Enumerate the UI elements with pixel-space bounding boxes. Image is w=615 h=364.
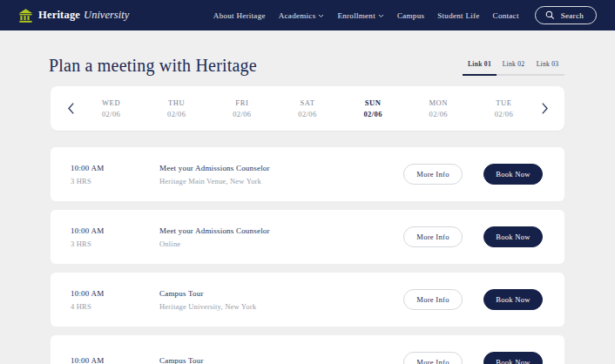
previous-day-button[interactable] bbox=[63, 98, 78, 119]
meeting-location: Heritage University, New York bbox=[159, 302, 403, 311]
meeting-time-column: 10:00 AM bbox=[71, 356, 159, 364]
meeting-time-column: 10:00 AM 4 HRS bbox=[71, 289, 159, 311]
day-date: 02/06 bbox=[341, 109, 406, 119]
meeting-actions: More Info Book Now bbox=[403, 226, 543, 247]
meeting-actions: More Info Book Now bbox=[403, 164, 543, 185]
day-date: 02/06 bbox=[78, 109, 144, 119]
more-info-button[interactable]: More Info bbox=[403, 164, 463, 185]
chevron-right-icon bbox=[541, 102, 549, 115]
meeting-time: 10:00 AM bbox=[71, 164, 159, 172]
book-now-button[interactable]: Book Now bbox=[483, 226, 543, 247]
meeting-card: 10:00 AM Campus Tour More Info Book Now bbox=[51, 335, 564, 364]
book-now-button[interactable]: Book Now bbox=[483, 289, 543, 310]
chevron-down-icon bbox=[318, 14, 324, 18]
nav-link-campus[interactable]: Campus bbox=[397, 11, 424, 20]
meeting-card: 10:00 AM 3 HRS Meet your Admissions Coun… bbox=[51, 210, 564, 264]
day-name: MON bbox=[406, 98, 471, 108]
nav-link-label: About Heritage bbox=[213, 11, 266, 20]
meeting-card: 10:00 AM 3 HRS Meet your Admissions Coun… bbox=[51, 147, 564, 201]
meeting-list: 10:00 AM 3 HRS Meet your Admissions Coun… bbox=[51, 147, 564, 364]
day-name: SUN bbox=[341, 98, 406, 108]
day-name: SAT bbox=[274, 98, 340, 108]
nav-link-contact[interactable]: Contact bbox=[493, 11, 519, 20]
day-name: FRI bbox=[209, 98, 274, 108]
meeting-duration: 3 HRS bbox=[71, 177, 159, 185]
day-cell-thu[interactable]: THU 02/06 bbox=[144, 98, 209, 119]
more-info-button[interactable]: More Info bbox=[403, 226, 463, 247]
search-icon bbox=[545, 10, 555, 20]
meeting-title: Meet your Admissions Counselor bbox=[159, 226, 403, 235]
nav-link-label: Campus bbox=[397, 11, 424, 20]
brand-suffix: University bbox=[84, 9, 129, 22]
nav-link-enrollment[interactable]: Enrollment bbox=[337, 11, 384, 20]
nav-link-label: Enrollment bbox=[337, 11, 375, 20]
nav-link-label: Contact bbox=[493, 11, 519, 20]
tab-link-03[interactable]: Link 03 bbox=[531, 60, 564, 74]
meeting-info-column: Meet your Admissions Counselor Online bbox=[159, 226, 403, 248]
university-building-icon bbox=[18, 9, 33, 23]
day-date: 02/06 bbox=[274, 109, 340, 119]
day-cell-fri[interactable]: FRI 02/06 bbox=[209, 98, 274, 119]
link-tabs: Link 01 Link 02 Link 03 bbox=[463, 60, 564, 76]
meeting-actions: More Info Book Now bbox=[403, 352, 543, 364]
day-list: WED 02/06 THU 02/06 FRI 02/06 SAT 02/06 … bbox=[78, 98, 537, 119]
meeting-time: 10:00 AM bbox=[71, 289, 159, 298]
meeting-time: 10:00 AM bbox=[71, 226, 159, 235]
nav-link-academics[interactable]: Academics bbox=[279, 11, 325, 20]
meeting-time: 10:00 AM bbox=[71, 356, 159, 364]
meeting-info-column: Meet your Admissions Counselor Heritage … bbox=[159, 164, 403, 185]
day-name: WED bbox=[78, 98, 144, 108]
nav-link-student-life[interactable]: Student Life bbox=[437, 11, 479, 20]
meeting-time-column: 10:00 AM 3 HRS bbox=[71, 226, 159, 248]
day-cell-mon[interactable]: MON 02/06 bbox=[406, 98, 471, 119]
more-info-button[interactable]: More Info bbox=[403, 352, 463, 364]
meeting-duration: 4 HRS bbox=[71, 302, 159, 311]
day-date: 02/06 bbox=[144, 109, 209, 119]
search-button[interactable]: Search bbox=[535, 6, 597, 24]
meeting-info-column: Campus Tour bbox=[159, 356, 403, 364]
tab-link-01[interactable]: Link 01 bbox=[463, 60, 497, 76]
day-cell-sun-selected[interactable]: SUN 02/06 bbox=[341, 98, 406, 119]
meeting-time-column: 10:00 AM 3 HRS bbox=[71, 164, 159, 185]
tab-link-02[interactable]: Link 02 bbox=[497, 60, 531, 74]
meeting-location: Heritage Main Venue, New York bbox=[159, 177, 403, 185]
day-cell-wed[interactable]: WED 02/06 bbox=[78, 98, 144, 119]
day-date: 02/06 bbox=[471, 109, 537, 119]
book-now-button[interactable]: Book Now bbox=[483, 164, 543, 185]
meeting-title: Campus Tour bbox=[159, 289, 403, 298]
nav-links: About Heritage Academics Enrollment Camp… bbox=[213, 11, 519, 20]
search-label: Search bbox=[561, 11, 584, 20]
page-title: Plan a meeting with Heritage bbox=[49, 56, 257, 76]
more-info-button[interactable]: More Info bbox=[403, 289, 463, 310]
meeting-card: 10:00 AM 4 HRS Campus Tour Heritage Univ… bbox=[51, 273, 564, 327]
day-cell-tue[interactable]: TUE 02/06 bbox=[471, 98, 537, 119]
meeting-info-column: Campus Tour Heritage University, New Yor… bbox=[159, 289, 403, 311]
nav-link-about-heritage[interactable]: About Heritage bbox=[213, 11, 266, 20]
day-date: 02/06 bbox=[209, 109, 274, 119]
meeting-location: Online bbox=[159, 239, 403, 248]
next-day-button[interactable] bbox=[537, 98, 552, 119]
day-cell-sat[interactable]: SAT 02/06 bbox=[274, 98, 340, 119]
book-now-button[interactable]: Book Now bbox=[483, 352, 543, 364]
day-date: 02/06 bbox=[406, 109, 471, 119]
meeting-duration: 3 HRS bbox=[71, 239, 159, 248]
meeting-title: Campus Tour bbox=[159, 356, 403, 364]
chevron-left-icon bbox=[67, 102, 75, 115]
date-carousel: WED 02/06 THU 02/06 FRI 02/06 SAT 02/06 … bbox=[51, 86, 564, 131]
brand-logo[interactable]: Heritage University bbox=[18, 9, 129, 23]
page-header: Plan a meeting with Heritage Link 01 Lin… bbox=[51, 56, 564, 76]
top-navbar: Heritage University About Heritage Acade… bbox=[0, 0, 615, 30]
nav-link-label: Student Life bbox=[437, 11, 479, 20]
main-content: Plan a meeting with Heritage Link 01 Lin… bbox=[51, 56, 564, 364]
day-name: TUE bbox=[471, 98, 537, 108]
meeting-actions: More Info Book Now bbox=[403, 289, 543, 310]
nav-link-label: Academics bbox=[279, 11, 316, 20]
brand-name: Heritage bbox=[38, 9, 80, 22]
chevron-down-icon bbox=[378, 14, 384, 18]
meeting-title: Meet your Admissions Counselor bbox=[159, 164, 403, 172]
day-name: THU bbox=[144, 98, 209, 108]
